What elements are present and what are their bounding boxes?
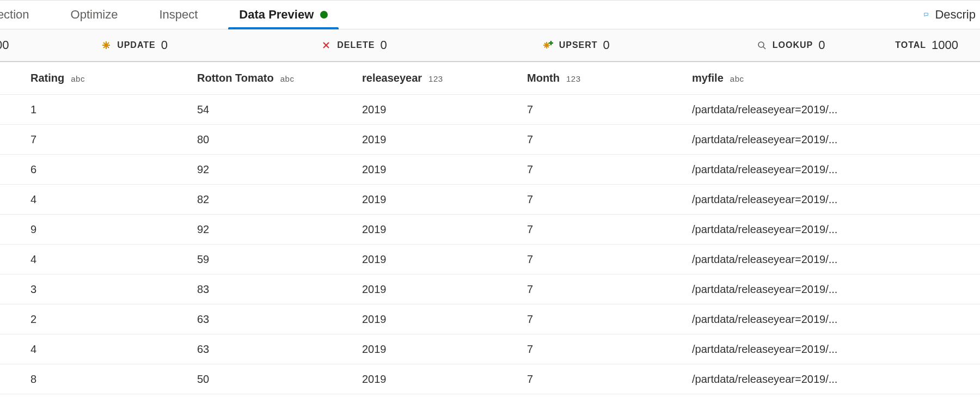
cell-releaseyear: 2019 — [362, 343, 527, 356]
stat-label: UPSERT — [559, 40, 598, 50]
table-row[interactable]: 85020197/partdata/releaseyear=2019/... — [0, 364, 980, 394]
comment-icon — [924, 9, 935, 20]
cell-rotton-tomato: 92 — [197, 163, 362, 176]
table-row[interactable]: 38320197/partdata/releaseyear=2019/... — [0, 274, 980, 304]
cell-rating: 4 — [30, 193, 197, 206]
cell-rating: 4 — [30, 343, 197, 356]
cell-month: 7 — [527, 313, 692, 326]
stat-update: UPDATE 0 — [27, 38, 242, 52]
asterisk-icon — [101, 40, 112, 51]
column-header-releaseyear[interactable]: releaseyear 123 — [362, 72, 527, 84]
tab-label: jection — [0, 8, 29, 22]
tab-label: Inspect — [159, 8, 198, 22]
tab-label: Data Preview — [239, 8, 314, 22]
tab-inspect[interactable]: Inspect — [138, 1, 218, 29]
cell-month: 7 — [527, 283, 692, 296]
table-row[interactable]: 15420197/partdata/releaseyear=2019/... — [0, 95, 980, 125]
column-header-rating[interactable]: Rating abc — [30, 72, 197, 84]
cell-releaseyear: 2019 — [362, 253, 527, 266]
cell-month: 7 — [527, 373, 692, 386]
cell-rotton-tomato: 63 — [197, 343, 362, 356]
table-row[interactable]: 48220197/partdata/releaseyear=2019/... — [0, 185, 980, 215]
cell-rating: 4 — [30, 253, 197, 266]
stat-label: TOTAL — [895, 40, 926, 50]
cell-rotton-tomato: 82 — [197, 193, 362, 206]
stat-label: UPDATE — [117, 40, 156, 50]
stat-total: TOTAL 1000 — [895, 38, 980, 52]
table-row[interactable]: 46320197/partdata/releaseyear=2019/... — [0, 334, 980, 364]
status-dot-icon — [320, 11, 328, 19]
description-button[interactable]: Descrip — [917, 8, 976, 22]
cell-rating: 8 — [30, 373, 197, 386]
cell-releaseyear: 2019 — [362, 223, 527, 236]
tab-label: Optimize — [71, 8, 118, 22]
table-row[interactable]: 78020197/partdata/releaseyear=2019/... — [0, 125, 980, 155]
table-row[interactable]: 26320197/partdata/releaseyear=2019/... — [0, 304, 980, 334]
cell-rating: 1 — [30, 103, 197, 116]
column-name: Rating — [30, 72, 64, 84]
stat-lookup: LOOKUP 0 — [686, 38, 895, 52]
tab-data-preview[interactable]: Data Preview — [218, 1, 348, 29]
cell-myfile: /partdata/releaseyear=2019/... — [692, 343, 980, 356]
tab-optimize[interactable]: Optimize — [50, 1, 139, 29]
table-header-row: Rating abc Rotton Tomato abc releaseyear… — [0, 62, 980, 95]
tabs: jection Optimize Inspect Data Preview — [0, 1, 348, 29]
table-row[interactable]: 69220197/partdata/releaseyear=2019/... — [0, 155, 980, 185]
table-row[interactable]: 99220197/partdata/releaseyear=2019/... — [0, 215, 980, 245]
cell-releaseyear: 2019 — [362, 103, 527, 116]
cell-rating: 2 — [30, 313, 197, 326]
stat-value: 0 — [818, 38, 825, 52]
cell-month: 7 — [527, 223, 692, 236]
svg-line-13 — [763, 47, 765, 49]
cell-month: 7 — [527, 253, 692, 266]
x-icon — [321, 40, 332, 51]
cell-releaseyear: 2019 — [362, 133, 527, 146]
cell-month: 7 — [527, 193, 692, 206]
cell-myfile: /partdata/releaseyear=2019/... — [692, 133, 980, 146]
cell-releaseyear: 2019 — [362, 283, 527, 296]
cell-rating: 3 — [30, 283, 197, 296]
asterisk-plus-icon — [543, 40, 554, 51]
cell-rating: 7 — [30, 133, 197, 146]
table-row[interactable]: 45920197/partdata/releaseyear=2019/... — [0, 245, 980, 274]
column-name: Month — [527, 72, 560, 84]
stat-label: LOOKUP — [773, 40, 813, 50]
search-icon — [756, 40, 767, 51]
cell-releaseyear: 2019 — [362, 193, 527, 206]
cell-releaseyear: 2019 — [362, 373, 527, 386]
cell-myfile: /partdata/releaseyear=2019/... — [692, 313, 980, 326]
cell-myfile: /partdata/releaseyear=2019/... — [692, 283, 980, 296]
stats-bar: 00 UPDATE 0 DELETE 0 UPSERT 0 LOOKUP 0 — [0, 29, 980, 62]
cell-myfile: /partdata/releaseyear=2019/... — [692, 163, 980, 176]
cell-month: 7 — [527, 133, 692, 146]
stat-value: 0 — [161, 38, 168, 52]
cell-rotton-tomato: 92 — [197, 223, 362, 236]
stat-value: 0 — [380, 38, 387, 52]
column-header-myfile[interactable]: myfile abc — [692, 72, 980, 84]
column-type: abc — [71, 74, 85, 83]
stat-upsert: UPSERT 0 — [467, 38, 686, 52]
cell-rotton-tomato: 59 — [197, 253, 362, 266]
cell-rotton-tomato: 63 — [197, 313, 362, 326]
column-name: Rotton Tomato — [197, 72, 274, 84]
tab-bar: jection Optimize Inspect Data Preview De… — [0, 0, 980, 29]
cell-month: 7 — [527, 103, 692, 116]
stat-label: DELETE — [337, 40, 375, 50]
table-body: 15420197/partdata/releaseyear=2019/...78… — [0, 95, 980, 394]
column-name: releaseyear — [362, 72, 422, 84]
description-label: Descrip — [935, 8, 976, 22]
column-name: myfile — [692, 72, 724, 84]
cell-rotton-tomato: 50 — [197, 373, 362, 386]
stat-delete: DELETE 0 — [241, 38, 466, 52]
cell-rotton-tomato: 54 — [197, 103, 362, 116]
column-header-month[interactable]: Month 123 — [527, 72, 692, 84]
tab-projection[interactable]: jection — [0, 1, 50, 29]
cell-releaseyear: 2019 — [362, 163, 527, 176]
cell-rating: 9 — [30, 223, 197, 236]
stat-leading: 00 — [0, 38, 27, 52]
stat-value: 1000 — [932, 38, 958, 52]
cell-releaseyear: 2019 — [362, 313, 527, 326]
column-header-rotton-tomato[interactable]: Rotton Tomato abc — [197, 72, 362, 84]
column-type: abc — [730, 74, 744, 83]
cell-month: 7 — [527, 163, 692, 176]
